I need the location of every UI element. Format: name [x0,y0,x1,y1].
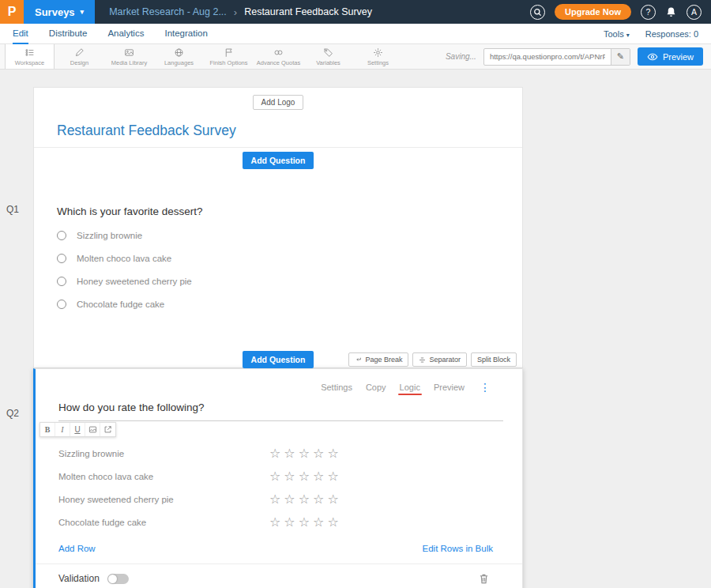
edit-rows-in-bulk-link[interactable]: Edit Rows in Bulk [423,544,493,553]
delete-question-button[interactable] [479,573,489,584]
q2-title-editor[interactable]: How do you rate the following? [58,401,503,421]
matrix-row: Honey sweetened cherry pie ☆☆☆☆☆ [36,488,522,511]
tab-edit[interactable]: Edit [13,24,28,44]
saving-status: Saving... [446,52,476,61]
add-question-button-middle[interactable]: Add Question [243,351,314,368]
star-icon[interactable]: ☆ [284,470,295,483]
star-icon[interactable]: ☆ [313,447,324,460]
toolbar-item-design[interactable]: Design [55,44,104,69]
question-2-block[interactable]: Settings Copy Logic Preview ⋮ How do you… [33,368,523,588]
toolbar-item-variables[interactable]: Variables [303,44,353,69]
star-icon[interactable]: ☆ [284,516,295,529]
breadcrumb-survey-folder[interactable]: Market Research - Aug 2... [109,6,227,17]
q1-option-2[interactable]: Molten choco lava cake [57,254,522,263]
split-block-button[interactable]: Split Block [471,352,517,367]
logo-letter: P [8,5,17,19]
bell-icon [665,6,677,18]
q2-settings-action[interactable]: Settings [321,383,352,392]
question-2-text[interactable]: How do you rate the following? [58,401,503,413]
validation-toggle[interactable] [107,574,129,584]
responses-count[interactable]: Responses: 0 [645,29,698,39]
questionpro-logo[interactable]: P [0,0,24,24]
radio-icon[interactable] [57,231,66,240]
add-row-link[interactable]: Add Row [58,544,96,553]
q2-logic-action[interactable]: Logic [400,383,420,392]
star-icon[interactable]: ☆ [269,493,280,506]
radio-icon[interactable] [57,277,66,286]
toolbar-item-finish-options[interactable]: Finish Options [204,44,254,69]
tab-integration[interactable]: Integration [164,24,207,44]
survey-url-input[interactable] [484,52,611,61]
toolbar-item-languages[interactable]: Languages [154,44,204,69]
matrix-row-label[interactable]: Molten choco lava cake [58,472,269,481]
add-question-button-top[interactable]: Add Question [243,152,314,169]
tools-menu[interactable]: Tools ▾ [604,29,630,39]
radio-icon[interactable] [57,300,66,309]
q2-action-menu: Settings Copy Logic Preview ⋮ [36,369,522,394]
upgrade-now-button[interactable]: Upgrade Now [555,4,631,20]
tab-distribute[interactable]: Distribute [49,24,88,44]
tab-analytics[interactable]: Analytics [107,24,144,44]
survey-card: Add Logo Restaurant Feedback Survey Add … [33,87,523,588]
question-1-block[interactable]: Which is your favorite dessert? Sizzling… [34,173,522,309]
add-logo-button[interactable]: Add Logo [253,95,304,110]
matrix-row-label[interactable]: Sizzling brownie [58,449,269,458]
underline-button[interactable]: U [70,423,85,436]
q1-option-4[interactable]: Chocolate fudge cake [57,300,522,309]
star-icon[interactable]: ☆ [299,447,310,460]
star-icon[interactable]: ☆ [327,493,338,506]
design-icon [74,47,85,58]
question-1-text[interactable]: Which is your favorite dessert? [57,205,522,217]
workspace-icon [24,47,35,58]
q1-option-1[interactable]: Sizzling brownie [57,231,522,240]
chevron-down-icon: ▾ [81,8,85,16]
search-button[interactable] [530,5,545,20]
q2-copy-action[interactable]: Copy [366,383,386,392]
q1-option-3[interactable]: Honey sweetened cherry pie [57,277,522,286]
star-icon[interactable]: ☆ [327,447,338,460]
italic-button[interactable]: I [55,423,70,436]
notifications-button[interactable] [665,6,677,18]
breadcrumb-survey-name: Restaurant Feedback Survey [244,6,372,17]
star-icon[interactable]: ☆ [284,493,295,506]
star-icon[interactable]: ☆ [299,470,310,483]
toolbar-item-workspace[interactable]: Workspace [5,44,55,69]
external-link-button[interactable] [100,423,115,436]
star-icon[interactable]: ☆ [327,470,338,483]
insert-image-button[interactable] [85,423,100,436]
star-icon[interactable]: ☆ [269,516,280,529]
survey-title[interactable]: Restaurant Feedback Survey [34,110,522,147]
more-options-icon[interactable]: ⋮ [480,381,491,394]
avatar[interactable]: A [687,5,702,20]
star-icon[interactable]: ☆ [327,516,338,529]
chevron-right-icon: › [234,6,237,18]
toolbar-item-label: Design [70,59,88,66]
radio-icon[interactable] [57,254,66,263]
toolbar-item-advance-quotas[interactable]: Advance Quotas [254,44,303,69]
star-icon[interactable]: ☆ [313,470,324,483]
star-icon[interactable]: ☆ [269,470,280,483]
separator-button[interactable]: Separator [412,352,467,367]
q2-preview-action[interactable]: Preview [434,383,465,392]
star-icon[interactable]: ☆ [313,493,324,506]
help-button[interactable]: ? [641,5,656,20]
edit-url-button[interactable]: ✎ [611,48,630,66]
star-icon[interactable]: ☆ [299,493,310,506]
page-break-button[interactable]: Page Break [348,352,408,367]
toolbar-item-settings[interactable]: Settings [353,44,403,69]
toolbar-item-media-library[interactable]: Media Library [104,44,154,69]
question-number-q1: Q1 [6,204,19,215]
surveys-menu[interactable]: Surveys ▾ [24,0,95,24]
bold-button[interactable]: B [40,423,55,436]
preview-button[interactable]: Preview [638,47,703,66]
star-icon[interactable]: ☆ [284,447,295,460]
q1-option-label: Chocolate fudge cake [77,300,164,309]
matrix-row-label[interactable]: Chocolate fudge cake [58,518,269,527]
survey-url-group: ✎ [483,48,630,66]
star-icon[interactable]: ☆ [313,516,324,529]
page-break-icon [355,356,362,364]
matrix-row-label[interactable]: Honey sweetened cherry pie [58,495,269,504]
external-link-icon [103,425,112,434]
star-icon[interactable]: ☆ [269,447,280,460]
star-icon[interactable]: ☆ [299,516,310,529]
